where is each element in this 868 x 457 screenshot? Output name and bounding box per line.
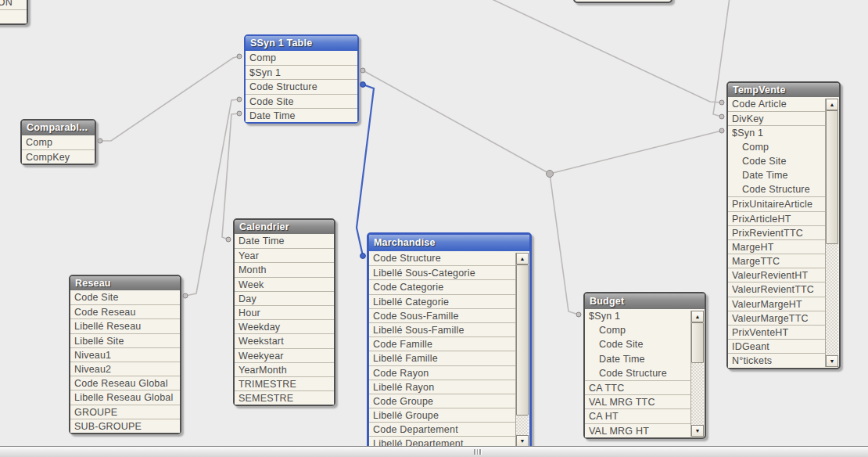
field-row[interactable]: IDGeant (728, 339, 826, 353)
field-row[interactable]: Date Time (728, 168, 826, 182)
table-calendrier[interactable]: CalendrierDate TimeYearMonthWeekDayHourW… (233, 218, 335, 406)
field-row[interactable]: Code Structure (728, 182, 826, 196)
scrollbar-thumb[interactable] (826, 110, 838, 244)
field-row[interactable]: ValeurRevientHT (728, 268, 826, 282)
field-row[interactable]: Code Site (585, 337, 691, 351)
field-row[interactable]: Code Structure (369, 251, 516, 265)
field-row[interactable]: CompKey (22, 149, 95, 164)
scrollbar-thumb[interactable] (516, 264, 529, 416)
field-row[interactable]: Code Categorie (369, 279, 516, 293)
table-title-reseau[interactable]: Reseau (70, 276, 180, 290)
field-row[interactable]: Libellé Famille (369, 351, 516, 365)
table-top-fragment[interactable] (573, 0, 673, 3)
field-row[interactable]: Code Structure (246, 79, 357, 93)
field-row[interactable]: Comp (246, 51, 357, 65)
field-row[interactable]: SUB-GROUPE (70, 419, 180, 433)
field-row[interactable]: Weekstart (235, 333, 334, 347)
field-row[interactable]: Libellé Rayon (369, 380, 516, 394)
scroll-up-icon[interactable]: ▲ (826, 99, 838, 110)
field-row[interactable]: PrixVenteHT (728, 325, 826, 339)
field-row[interactable]: Libellé Categorie (369, 294, 516, 308)
field-row[interactable]: ValeurRevientTTC (728, 282, 826, 296)
scroll-down-icon[interactable]: ▼ (691, 425, 704, 437)
horizontal-scrollbar[interactable] (0, 446, 868, 457)
field-row[interactable]: Week (235, 277, 334, 291)
field-row[interactable]: Month (235, 262, 334, 276)
field-row[interactable]: Code Structure (585, 366, 691, 380)
field-row[interactable]: ValeurMargeHT (728, 297, 826, 311)
field-row[interactable]: Niveau1 (70, 347, 180, 362)
field-row[interactable]: Libellé Groupe (369, 408, 516, 422)
field-row[interactable]: Libellé Site (70, 333, 180, 347)
field-row[interactable]: Date Time (585, 352, 691, 366)
scroll-down-icon[interactable]: ▼ (826, 355, 838, 367)
field-row[interactable]: $Syn 1 (728, 125, 826, 139)
field-row[interactable]: Comp (585, 323, 691, 337)
field-row[interactable]: Comp (22, 135, 95, 149)
field-row[interactable]: Weekday (235, 319, 334, 333)
field-row[interactable]: $Syn 1 (246, 65, 357, 79)
scroll-up-icon[interactable]: ▲ (516, 253, 529, 264)
field-row[interactable]: Weekyear (235, 348, 334, 362)
field-row[interactable]: Code Article (728, 97, 826, 111)
field-row[interactable]: MargeHT (728, 239, 826, 254)
field-row[interactable]: Code Site (70, 290, 180, 304)
table-tempvente[interactable]: TempVenteCode ArticleDivKey$Syn 1CompCod… (726, 81, 841, 369)
field-row[interactable]: YearMonth (235, 362, 334, 376)
table-title-tempvente[interactable]: TempVente (728, 83, 839, 97)
field-row[interactable]: Libellé Reseau (70, 318, 180, 333)
field-row[interactable]: Day (235, 291, 334, 305)
field-row[interactable]: TRIMESTRE (235, 376, 334, 390)
field-row[interactable]: Niveau2 (70, 362, 180, 376)
field-row[interactable]: PrixRevientTTC (728, 225, 826, 239)
table-reseau[interactable]: ReseauCode SiteCode ReseauLibellé Reseau… (69, 275, 181, 434)
field-row[interactable]: Libellé Sous-Famille (369, 322, 516, 336)
table-title-budget[interactable]: Budget (585, 293, 705, 309)
field-row[interactable]: ValeurMargeTTC (728, 311, 826, 325)
field-row[interactable]: Date Time (246, 108, 357, 122)
field-row[interactable]: Code Groupe (369, 394, 516, 408)
scrollbar-track[interactable] (826, 110, 838, 355)
vertical-scrollbar[interactable]: ▲▼ (515, 253, 529, 447)
table-on-fragment[interactable]: ON (0, 0, 28, 25)
table-ssyn1[interactable]: SSyn 1 TableComp$Syn 1Code StructureCode… (244, 34, 359, 124)
field-row[interactable]: N°tickets (728, 353, 826, 367)
scrollbar-track[interactable] (691, 322, 704, 425)
field-row[interactable]: Code Site (246, 94, 357, 108)
field-row[interactable]: CA HT (585, 408, 691, 423)
table-marchandise[interactable]: MarchandiseCode StructureLibellé Sous-Ca… (367, 232, 532, 450)
table-comparabl[interactable]: Comparabl...CompCompKey (20, 119, 96, 165)
vertical-scrollbar[interactable]: ▲▼ (690, 311, 704, 437)
field-row[interactable]: PrixArticleHT (728, 211, 826, 225)
field-row[interactable]: $Syn 1 (585, 309, 691, 323)
scroll-down-icon[interactable]: ▼ (516, 435, 529, 447)
field-row[interactable]: Date Time (235, 234, 334, 248)
field-row[interactable]: ON (0, 0, 27, 9)
field-row[interactable]: Code Departement (369, 422, 516, 436)
scroll-up-icon[interactable]: ▲ (691, 311, 704, 322)
table-title-calendrier[interactable]: Calendrier (235, 220, 334, 234)
field-row[interactable]: Code Sous-Famille (369, 308, 516, 322)
field-row[interactable]: MargeTTC (728, 254, 826, 268)
field-row[interactable]: Code Site (728, 154, 826, 168)
field-row[interactable]: Comp (728, 140, 826, 154)
field-row[interactable]: DivKey (728, 111, 826, 125)
field-row[interactable]: Code Famille (369, 336, 516, 351)
scrollbar-track[interactable] (516, 264, 529, 435)
field-row[interactable]: Libelle Reseau Global (70, 390, 180, 404)
table-budget[interactable]: Budget$Syn 1CompCode SiteDate TimeCode S… (583, 292, 706, 439)
field-row[interactable]: Code Reseau (70, 304, 180, 318)
table-title-ssyn1[interactable]: SSyn 1 Table (246, 36, 357, 51)
table-title-comparabl[interactable]: Comparabl... (22, 121, 95, 135)
field-row[interactable]: Year (235, 248, 334, 262)
field-row[interactable]: CA TTC (585, 380, 691, 394)
field-row[interactable]: Code Rayon (369, 365, 516, 380)
field-row[interactable]: GROUPE (70, 405, 180, 419)
field-row[interactable]: Code Reseau Global (70, 376, 180, 390)
field-row[interactable]: VAL MRG HT (585, 423, 691, 437)
table-title-marchandise[interactable]: Marchandise (369, 235, 529, 251)
scrollbar-thumb[interactable] (691, 322, 704, 363)
field-row[interactable] (0, 9, 27, 23)
field-row[interactable]: Libellé Sous-Categorie (369, 265, 516, 279)
vertical-scrollbar[interactable]: ▲▼ (825, 99, 838, 367)
